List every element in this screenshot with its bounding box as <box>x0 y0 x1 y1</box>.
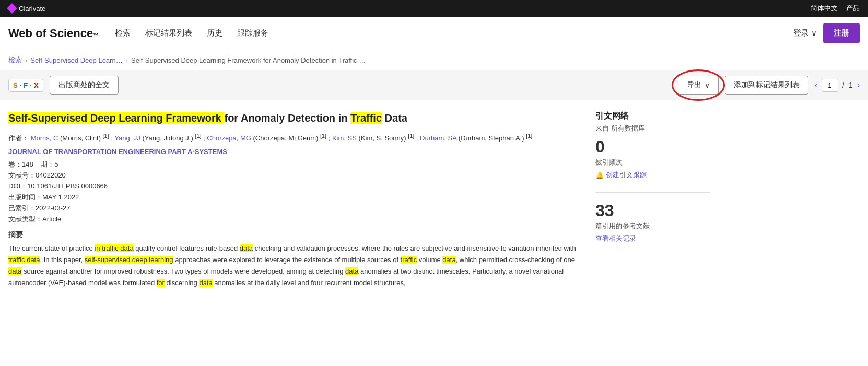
main-content: Self-Supervised Deep Learning Framework … <box>0 100 868 300</box>
abstract-highlight-4: self-supervised deep learning <box>85 256 173 264</box>
breadcrumb-sep-1: › <box>25 56 27 64</box>
register-button[interactable]: 注册 <box>823 23 860 43</box>
breadcrumb-current: Self-Supervised Deep Learning Framework … <box>131 56 366 64</box>
author-morris[interactable]: Morris, C <box>31 134 58 142</box>
abstract-highlight-10: data <box>199 279 212 287</box>
abstract-highlight-7: data <box>8 267 21 275</box>
clarivate-logo-area: Clarivate <box>8 5 45 13</box>
brand-logo: Web of Science™ <box>8 27 98 40</box>
login-button[interactable]: 登录 ∨ <box>793 28 817 38</box>
main-nav: Web of Science™ 检索 标记结果列表 历史 跟踪服务 登录 ∨ 注… <box>0 17 868 50</box>
citation-network-section: 引文网络 来自 所有数据库 0 被引频次 🔔 创建引文跟踪 <box>595 111 710 180</box>
references-label: 篇引用的参考文献 <box>595 221 710 231</box>
author-durham[interactable]: Durham, SA <box>420 134 456 142</box>
language-selector[interactable]: 简体中文 <box>811 4 838 13</box>
article-title-part3: Data <box>382 112 407 124</box>
article-title: Self-Supervised Deep Learning Framework … <box>8 111 583 125</box>
prev-page-button[interactable]: ‹ <box>815 80 817 90</box>
export-button[interactable]: 导出 ∨ <box>678 76 719 95</box>
page-number-input[interactable] <box>822 79 838 92</box>
nav-right: 登录 ∨ 注册 <box>793 23 860 43</box>
meta-doc-type: 文献类型：Article <box>8 215 583 224</box>
abstract-highlight-1: in traffic data <box>95 244 133 252</box>
products-button[interactable]: 产品 <box>846 4 860 13</box>
authors-line: 作者： Morris, C (Morris, Clint) [1] ; Yang… <box>8 132 583 144</box>
journal-link[interactable]: JOURNAL OF TRANSPORTATION ENGINEERING PA… <box>8 148 227 156</box>
author-kim[interactable]: Kim, SS <box>332 134 357 142</box>
abstract-highlight-6: data <box>442 256 455 264</box>
cited-count: 0 <box>595 137 710 157</box>
brand-name: Web of Science <box>8 27 93 40</box>
abstract-highlight-8: data <box>345 267 358 275</box>
abstract-section: 摘要 The current state of practice in traf… <box>8 230 583 289</box>
abstract-highlight-2: data <box>240 244 253 252</box>
article-title-highlighted: Self-Supervised Deep Learning Framework <box>8 112 224 124</box>
abstract-highlight-5: traffic <box>401 256 417 264</box>
abstract-highlight-3: traffic data <box>8 256 40 264</box>
nav-history[interactable]: 历史 <box>207 28 222 38</box>
author-yang[interactable]: Yang, JJ <box>114 134 140 142</box>
sidebar-divider <box>595 192 710 193</box>
page-total: 1 <box>849 81 853 89</box>
create-alert-link[interactable]: 🔔 创建引文跟踪 <box>595 170 710 180</box>
abstract-title: 摘要 <box>8 230 583 240</box>
abstract-text: The current state of practice in traffic… <box>8 243 583 289</box>
breadcrumb-sep-2: › <box>126 56 128 64</box>
breadcrumb-search[interactable]: 检索 <box>8 55 22 65</box>
related-records-link[interactable]: 查看相关记录 <box>595 234 710 243</box>
brand-tm: ™ <box>93 32 98 38</box>
bell-icon: 🔔 <box>595 171 604 179</box>
add-to-marked-list-button[interactable]: 添加到标记结果列表 <box>725 76 808 95</box>
meta-article-number: 文献号：04022020 <box>8 171 583 180</box>
pagination: ‹ / 1 › <box>815 79 860 92</box>
breadcrumb: 检索 › Self-Supervised Deep Learn… › Self-… <box>0 50 868 70</box>
article-title-highlighted2: Traffic <box>350 112 382 124</box>
cited-label: 被引频次 <box>595 158 710 167</box>
meta-indexed: 已索引：2022-03-27 <box>8 204 583 213</box>
meta-volume-issue: 卷：148 期：5 <box>8 160 583 169</box>
author-label: 作者： <box>8 134 29 142</box>
top-bar-right: 简体中文 产品 <box>811 4 860 13</box>
author-chorzepa[interactable]: Chorzepa, MG <box>207 134 251 142</box>
top-bar: Clarivate 简体中文 产品 <box>0 0 868 17</box>
clarivate-label: Clarivate <box>19 5 45 13</box>
meta-pub-date: 出版时间：MAY 1 2022 <box>8 193 583 202</box>
citation-network-from: 来自 所有数据库 <box>595 124 710 133</box>
meta-doi: DOI：10.1061/JTEPBS.0000666 <box>8 182 583 191</box>
references-section: 33 篇引用的参考文献 查看相关记录 <box>595 201 710 243</box>
abstract-highlight-9: for <box>157 279 165 287</box>
nav-tracking[interactable]: 跟踪服务 <box>237 28 268 38</box>
next-page-button[interactable]: › <box>857 80 860 90</box>
citation-network-title: 引文网络 <box>595 111 710 122</box>
references-count: 33 <box>595 201 710 220</box>
article-title-part2: for Anomaly Detection in <box>224 112 350 124</box>
sfx-logo: S·F·X <box>8 79 43 92</box>
breadcrumb-middle[interactable]: Self-Supervised Deep Learn… <box>30 56 122 64</box>
toolbar-right: 导出 ∨ 添加到标记结果列表 ‹ / 1 › <box>678 76 860 95</box>
fulltext-button[interactable]: 出版商处的全文 <box>50 76 119 95</box>
nav-links: 检索 标记结果列表 历史 跟踪服务 <box>115 28 268 38</box>
clarivate-diamond-icon <box>7 3 17 14</box>
export-chevron-icon: ∨ <box>705 81 710 89</box>
nav-marked-list[interactable]: 标记结果列表 <box>145 28 192 38</box>
article-sidebar: 引文网络 来自 所有数据库 0 被引频次 🔔 创建引文跟踪 33 篇引用的参考文… <box>595 111 710 289</box>
export-button-wrapper: 导出 ∨ <box>678 76 719 95</box>
page-separator: / <box>842 81 844 89</box>
toolbar: S·F·X 出版商处的全文 导出 ∨ 添加到标记结果列表 ‹ / 1 › <box>0 70 868 100</box>
article-main: Self-Supervised Deep Learning Framework … <box>8 111 583 289</box>
nav-search[interactable]: 检索 <box>115 28 131 38</box>
